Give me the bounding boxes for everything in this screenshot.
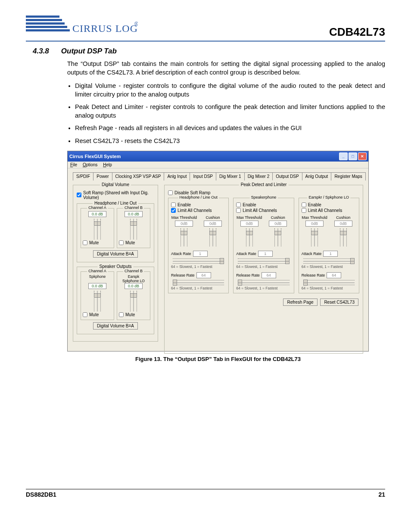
soft-ramp-checkbox[interactable]: Soft Ramp (Shared with Input Dig. Volume… <box>77 190 154 200</box>
close-button[interactable]: ✕ <box>358 152 367 160</box>
reset-button[interactable]: Reset CS42L73 <box>320 299 358 306</box>
section-heading: 4.3.8 Output DSP Tab <box>33 47 385 56</box>
section-number: 4.3.8 <box>33 47 49 56</box>
pd-spk-attack-slider[interactable] <box>238 258 289 264</box>
svg-rect-4 <box>26 29 70 31</box>
bullet-item: Digital Volume - register controls to co… <box>75 82 385 99</box>
tab-input-dsp[interactable]: Input DSP <box>190 172 216 180</box>
hp-channel-b: Channel B 0.0 dB Mute <box>117 208 150 248</box>
pd-ear-release-slider[interactable] <box>303 280 355 285</box>
pd-spk-enable[interactable]: Enable <box>236 202 291 207</box>
pd-hp-enable[interactable]: Enable <box>171 202 226 207</box>
bullet-item: Peak Detect and Limiter - register contr… <box>75 103 385 120</box>
pd-spk-block: Speakerphone Enable Limit All Channels M… <box>233 198 294 293</box>
tab-clocking[interactable]: Clocking XSP VSP ASP <box>112 172 165 180</box>
app-window: Cirrus FlexGUI System _ □ ✕ File Options… <box>67 151 369 352</box>
hp-b-mute[interactable]: Mute <box>119 240 148 245</box>
pd-hp-max-slider[interactable] <box>181 228 187 246</box>
peak-detect-group: Peak Detect and Limiter Disable Soft Ram… <box>164 185 363 354</box>
pd-hp-attack-slider[interactable] <box>173 258 224 264</box>
titlebar: Cirrus FlexGUI System _ □ ✕ <box>68 151 368 162</box>
section-title: Output DSP Tab <box>61 47 117 56</box>
figure: Cirrus FlexGUI System _ □ ✕ File Options… <box>67 151 369 362</box>
tabstrip: S/PDIF Power Clocking XSP VSP ASP Anlg I… <box>73 172 363 180</box>
svg-text:®: ® <box>134 21 138 27</box>
figure-caption: Figure 13. The “Output DSP” Tab in FlexG… <box>67 356 369 362</box>
hp-b-slider[interactable] <box>130 219 137 240</box>
spk-b-value[interactable]: 0.0 dB <box>125 283 143 289</box>
menubar: File Options Help <box>68 162 368 168</box>
product-code: CDB42L73 <box>329 25 385 39</box>
disable-soft-ramp-checkbox[interactable]: Disable Soft Ramp <box>168 190 359 195</box>
bullet-list: Digital Volume - register controls to co… <box>67 82 385 145</box>
page-footer: DS882DB1 21 <box>26 489 385 498</box>
tab-power[interactable]: Power <box>93 172 112 180</box>
intro-paragraph: The “Output DSP” tab contains the main c… <box>67 60 385 77</box>
spk-a-slider[interactable] <box>94 291 101 311</box>
logo-text: CIRRUS LOGIC <box>72 23 138 34</box>
pd-spk-release-slider[interactable] <box>238 280 289 285</box>
spk-a-mute[interactable]: Mute <box>83 312 112 317</box>
dv-legend: Digital Volume <box>100 182 131 187</box>
pd-hp-release-slider[interactable] <box>173 280 224 285</box>
menu-options[interactable]: Options <box>83 162 97 167</box>
maximize-button[interactable]: □ <box>349 152 357 160</box>
spk-b-slider[interactable] <box>130 291 137 311</box>
page-header: CIRRUS LOGIC ® CDB42L73 <box>26 13 385 42</box>
spk-channel-b: Channel B Earspk Spkphone LO 0.0 dB Mute <box>117 271 150 320</box>
svg-rect-1 <box>26 19 62 21</box>
refresh-page-button[interactable]: Refresh Page <box>283 299 317 306</box>
pd-ear-block: Earspkr / Spkphone LO Enable Limit All C… <box>299 198 359 293</box>
hp-b-value[interactable]: 0.0 dB <box>125 211 143 217</box>
pd-hp-limit[interactable]: Limit All Channels <box>171 208 226 213</box>
bullet-item: Refresh Page - reads all registers in al… <box>75 124 385 133</box>
pd-hp-block: Headphone / Line Out Enable Limit All Ch… <box>168 198 229 293</box>
hp-lineout-group: Headphone / Line Out Channel A 0.0 dB Mu… <box>77 203 154 262</box>
svg-rect-2 <box>26 22 65 25</box>
spk-channel-a: Channel A Spkphone 0.0 dB Mute <box>81 271 114 320</box>
footer-right: 21 <box>378 491 385 498</box>
pd-spk-cushion-slider[interactable] <box>274 228 281 246</box>
tab-output-dsp[interactable]: Output DSP <box>272 172 302 180</box>
hp-channel-a: Channel A 0.0 dB Mute <box>81 208 114 248</box>
hp-a-value[interactable]: 0.0 dB <box>88 211 106 217</box>
pd-ear-enable[interactable]: Enable <box>302 202 356 207</box>
svg-rect-3 <box>26 26 67 28</box>
svg-rect-0 <box>26 16 59 18</box>
tab-anlg-input[interactable]: Anlg Input <box>164 172 190 180</box>
window-title: Cirrus FlexGUI System <box>69 154 121 159</box>
menu-help[interactable]: Help <box>103 162 112 167</box>
bullet-item: Reset CS42L73 - resets the CS42L73 <box>75 137 385 146</box>
pd-hp-cushion-slider[interactable] <box>209 228 216 246</box>
hp-a-mute[interactable]: Mute <box>83 240 112 245</box>
tab-spdif[interactable]: S/PDIF <box>73 172 93 180</box>
spk-vol-ba-button[interactable]: Digital Volume B=A <box>93 322 138 330</box>
menu-file[interactable]: File <box>70 162 77 167</box>
footer-left: DS882DB1 <box>26 491 56 498</box>
pd-ear-cushion-slider[interactable] <box>340 228 347 246</box>
pd-spk-max-slider[interactable] <box>246 228 253 246</box>
pd-ear-max-slider[interactable] <box>311 228 318 246</box>
digital-volume-group: Digital Volume Soft Ramp (Shared with In… <box>73 185 158 342</box>
tab-dig-mixer-2[interactable]: Dig Mixer 2 <box>244 172 273 180</box>
hp-vol-ba-button[interactable]: Digital Volume B=A <box>93 250 138 258</box>
spk-a-value[interactable]: 0.0 dB <box>88 283 106 289</box>
spk-b-mute[interactable]: Mute <box>119 312 148 317</box>
hp-a-slider[interactable] <box>94 219 101 240</box>
company-logo: CIRRUS LOGIC ® <box>26 13 138 39</box>
pd-ear-limit[interactable]: Limit All Channels <box>302 208 356 213</box>
pd-spk-limit[interactable]: Limit All Channels <box>236 208 291 213</box>
tab-register-maps[interactable]: Register Maps <box>331 172 365 180</box>
minimize-button[interactable]: _ <box>339 152 348 160</box>
speaker-outputs-group: Speaker Outputs Channel A Spkphone 0.0 d… <box>77 267 154 334</box>
tab-anlg-output[interactable]: Anlg Output <box>302 172 332 180</box>
tab-dig-mixer-1[interactable]: Dig Mixer 1 <box>216 172 245 180</box>
pd-ear-attack-slider[interactable] <box>303 258 355 264</box>
